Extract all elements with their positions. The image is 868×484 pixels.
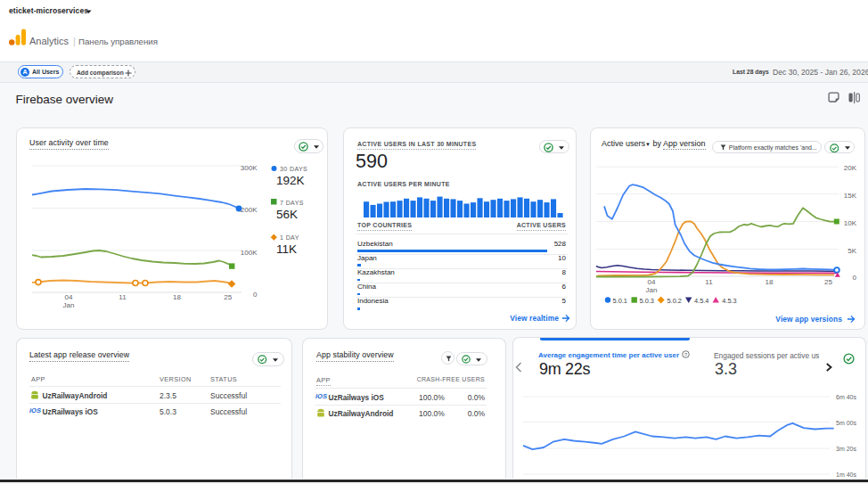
svg-text:5.0.2: 5.0.2: [667, 297, 682, 305]
svg-text:18: 18: [766, 278, 774, 286]
svg-text:04: 04: [65, 293, 73, 301]
svg-text:15K: 15K: [844, 192, 857, 200]
svg-text:0: 0: [253, 291, 258, 299]
svg-text:11K: 11K: [276, 242, 297, 256]
svg-text:5.0.1: 5.0.1: [613, 297, 627, 305]
svg-text:Jan: Jan: [646, 286, 658, 294]
svg-text:25: 25: [224, 293, 232, 301]
svg-text:4.5.4: 4.5.4: [694, 297, 708, 305]
svg-text:04: 04: [648, 278, 656, 286]
svg-text:25: 25: [824, 278, 832, 286]
svg-text:5K: 5K: [848, 247, 856, 255]
svg-text:1m 40s: 1m 40s: [836, 472, 856, 478]
svg-text:100K: 100K: [241, 249, 258, 257]
svg-text:11: 11: [119, 293, 127, 301]
svg-text:10K: 10K: [844, 219, 857, 227]
svg-text:5m 00s: 5m 00s: [836, 420, 856, 426]
svg-text:0: 0: [853, 274, 857, 282]
svg-text:20K: 20K: [844, 164, 857, 172]
svg-text:300K: 300K: [241, 164, 258, 172]
svg-text:7 DAYS: 7 DAYS: [280, 200, 304, 206]
svg-text:11: 11: [705, 278, 713, 286]
svg-text:192K: 192K: [276, 174, 305, 187]
svg-text:5.0.3: 5.0.3: [640, 297, 654, 305]
svg-text:Jan: Jan: [63, 301, 75, 309]
svg-text:56K: 56K: [276, 208, 298, 221]
svg-text:4.5.3: 4.5.3: [722, 297, 736, 305]
svg-text:200K: 200K: [241, 206, 258, 214]
svg-text:1 DAY: 1 DAY: [280, 234, 299, 241]
svg-text:30 DAYS: 30 DAYS: [280, 166, 307, 172]
svg-text:6m 40s: 6m 40s: [836, 394, 856, 400]
svg-text:3m 20s: 3m 20s: [836, 446, 856, 452]
svg-text:18: 18: [173, 293, 181, 301]
